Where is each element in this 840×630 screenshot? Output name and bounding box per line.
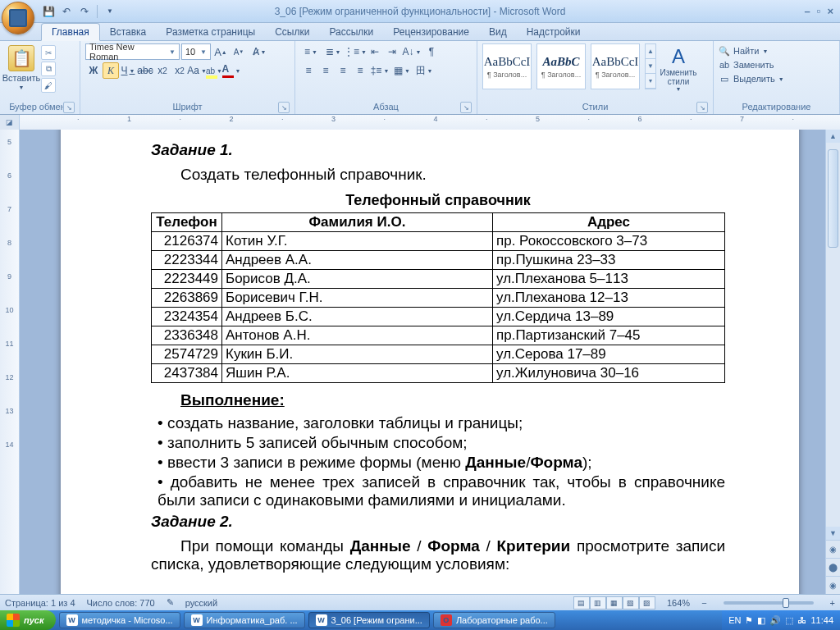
line-spacing-button[interactable]: ‡≡▼ — [369, 62, 390, 79]
clock[interactable]: 11:44 — [810, 615, 833, 625]
zoom-out-icon[interactable]: − — [701, 598, 706, 608]
justify-button[interactable]: ≡ — [352, 62, 368, 79]
styles-scroll[interactable]: ▲▼▾ — [645, 43, 656, 89]
tray-icon[interactable]: 🔊 — [769, 615, 781, 626]
page-viewport[interactable]: Задание 1. Создать телефонный справочник… — [20, 130, 825, 594]
font-size-combo[interactable]: 10▼ — [181, 43, 211, 60]
align-right-button[interactable]: ≡ — [335, 62, 351, 79]
paragraph-launcher[interactable]: ↘ — [460, 102, 472, 113]
scroll-down-icon[interactable]: ▼ — [826, 527, 840, 540]
tray-icon[interactable]: ◧ — [757, 615, 765, 626]
vertical-scrollbar[interactable]: ▲ ▼ ◉ ⬤ ◉ — [825, 130, 840, 594]
draft-view[interactable]: ▨ — [639, 596, 655, 609]
tab-mailings[interactable]: Рассылки — [319, 24, 383, 40]
taskbar-item[interactable]: W3_06 [Режим ограни... — [308, 612, 430, 628]
system-tray: EN ⚑ ◧ 🔊 ⬚ 🖧 11:44 — [722, 610, 840, 630]
tab-view[interactable]: Вид — [479, 24, 517, 40]
browse-object-icon[interactable]: ⬤ — [826, 558, 840, 576]
scroll-thumb[interactable] — [828, 149, 838, 248]
change-styles-button[interactable]: A Изменить стили ▼ — [660, 43, 697, 94]
tab-review[interactable]: Рецензирование — [383, 24, 479, 40]
numbering-button[interactable]: ≣▼ — [322, 43, 344, 60]
format-painter-icon[interactable]: 🖌 — [41, 78, 56, 93]
word-count[interactable]: Число слов: 770 — [87, 598, 155, 608]
show-marks-button[interactable]: ¶ — [423, 43, 440, 60]
scroll-up-icon[interactable]: ▲ — [826, 130, 840, 143]
zoom-value[interactable]: 164% — [667, 598, 690, 608]
qat-dropdown-icon[interactable]: ▼ — [103, 4, 117, 19]
minimize-button[interactable]: – — [805, 5, 810, 17]
next-page-icon[interactable]: ◉ — [826, 576, 840, 594]
tray-icon[interactable]: ⬚ — [785, 615, 793, 626]
underline-button[interactable]: Ч▼ — [120, 62, 136, 79]
style-item[interactable]: AaBbC¶ Заголов... — [536, 43, 586, 89]
vertical-ruler[interactable]: 567891011121314 — [0, 130, 20, 594]
subscript-button[interactable]: x2 — [154, 62, 171, 79]
restore-button[interactable]: ▫ — [817, 5, 821, 17]
decrease-indent-button[interactable]: ⇤ — [367, 43, 383, 60]
italic-button[interactable]: К — [103, 62, 119, 79]
multilevel-button[interactable]: ⋮≡▼ — [345, 43, 366, 60]
styles-launcher[interactable]: ↘ — [696, 102, 708, 113]
tab-addins[interactable]: Надстройки — [517, 24, 591, 40]
highlight-button[interactable]: ab▼ — [206, 62, 222, 79]
spellcheck-icon[interactable]: ✎ — [167, 597, 174, 608]
superscript-button[interactable]: x2 — [171, 62, 188, 79]
tab-references[interactable]: Ссылки — [265, 24, 319, 40]
select-button[interactable]: ▭Выделить ▼ — [719, 73, 784, 84]
taskbar-item[interactable]: WИнформатика_раб. ... — [184, 612, 305, 628]
find-button[interactable]: 🔍Найти ▼ — [719, 45, 784, 57]
redo-icon[interactable]: ↷ — [77, 4, 92, 19]
change-case-button[interactable]: Aa▼ — [189, 62, 205, 79]
paste-button[interactable]: 📋 Вставить ▼ — [5, 43, 38, 90]
align-center-button[interactable]: ≡ — [317, 62, 334, 79]
taskbar-item[interactable]: OЛабораторные рабо... — [433, 612, 555, 628]
zoom-slider[interactable] — [724, 601, 814, 605]
save-icon[interactable]: 💾 — [41, 4, 56, 19]
tray-icon[interactable]: ⚑ — [745, 615, 753, 626]
tray-icon[interactable]: 🖧 — [797, 615, 806, 625]
clipboard-launcher[interactable]: ↘ — [63, 102, 75, 113]
bold-button[interactable]: Ж — [85, 62, 102, 79]
tab-page-layout[interactable]: Разметка страницы — [156, 24, 265, 40]
page-indicator[interactable]: Страница: 1 из 4 — [5, 598, 75, 608]
bullets-button[interactable]: ≡▼ — [300, 43, 322, 60]
cut-icon[interactable]: ✂ — [41, 45, 56, 60]
language-indicator[interactable]: русский — [185, 598, 217, 608]
font-launcher[interactable]: ↘ — [278, 102, 290, 113]
web-view[interactable]: ▦ — [606, 596, 623, 609]
page[interactable]: Задание 1. Создать телефонный справочник… — [61, 130, 799, 594]
strike-button[interactable]: abc — [137, 62, 153, 79]
print-layout-view[interactable]: ▤ — [573, 596, 590, 609]
clear-format-icon[interactable]: A̷▼ — [249, 43, 270, 60]
font-color-button[interactable]: A▼ — [223, 62, 240, 79]
shading-button[interactable]: ▦▼ — [391, 62, 413, 79]
copy-icon[interactable]: ⧉ — [41, 62, 56, 76]
increase-indent-button[interactable]: ⇥ — [384, 43, 400, 60]
tab-home[interactable]: Главная — [41, 23, 100, 41]
align-left-button[interactable]: ≡ — [300, 62, 317, 79]
grow-font-icon[interactable]: A▲ — [212, 43, 229, 60]
reading-view[interactable]: ▥ — [590, 596, 606, 609]
style-item[interactable]: AaBbCcI¶ Заголов... — [482, 43, 532, 89]
font-name-combo[interactable]: Times New Roman▼ — [85, 43, 180, 60]
start-button[interactable]: пуск — [0, 610, 56, 630]
office-button[interactable] — [2, 2, 34, 34]
borders-button[interactable]: 田▼ — [413, 62, 435, 79]
taskbar-item[interactable]: Wметодичка - Microso... — [59, 612, 180, 628]
close-button[interactable]: × — [827, 5, 833, 17]
zoom-handle[interactable] — [783, 598, 789, 608]
horizontal-ruler[interactable]: ◪ · 1 · 2 · 3 · 4 · 5 · 6 · 7 · 8 · 9 · … — [0, 115, 840, 130]
zoom-in-icon[interactable]: + — [830, 598, 835, 608]
language-icon[interactable]: EN — [728, 615, 741, 625]
style-item[interactable]: AaBbCcI¶ Заголов... — [591, 43, 640, 89]
replace-button[interactable]: abЗаменить — [719, 59, 784, 71]
change-styles-label: Изменить стили — [660, 68, 696, 86]
outline-view[interactable]: ▧ — [623, 596, 639, 609]
undo-icon[interactable]: ↶ — [59, 4, 74, 19]
shrink-font-icon[interactable]: A▼ — [231, 43, 247, 60]
prev-page-icon[interactable]: ◉ — [826, 540, 840, 558]
ruler-corner[interactable]: ◪ — [0, 115, 20, 130]
tab-insert[interactable]: Вставка — [100, 24, 157, 40]
sort-button[interactable]: A↓▼ — [401, 43, 422, 60]
